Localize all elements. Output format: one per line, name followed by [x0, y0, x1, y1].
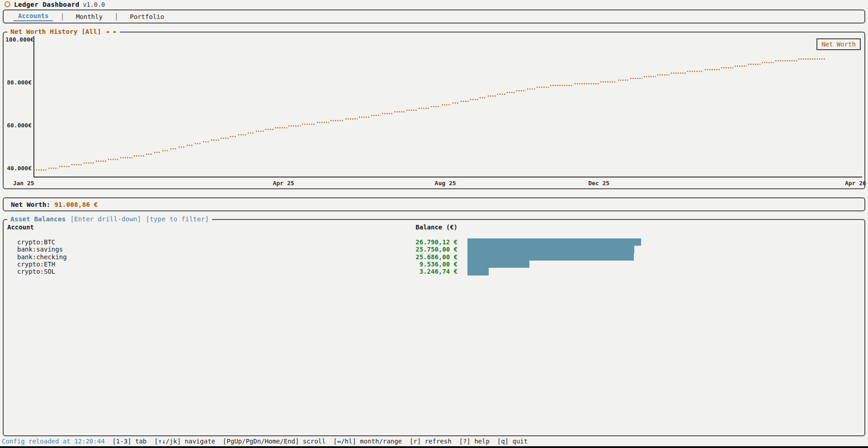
tab-separator: │	[114, 13, 118, 20]
table-row[interactable]: crypto:ETH9.536,00 €	[4, 261, 864, 268]
account-name: crypto:ETH	[17, 261, 55, 268]
drilldown-hint: [Enter drill-down]	[70, 215, 141, 223]
account-balance: 25.750,00 €	[322, 246, 458, 253]
chart-legend: Net Worth	[816, 38, 861, 50]
tab-separator: │	[60, 13, 64, 20]
x-axis-tick: Dec 25	[587, 180, 611, 187]
y-axis-tick: 100.000€	[5, 36, 32, 43]
tab-accounts[interactable]: Accounts	[14, 12, 53, 21]
column-header-account: Account	[7, 224, 34, 231]
account-balance: 25.686,00 €	[322, 253, 458, 261]
networth-summary-value: 91.008,86 €	[54, 201, 98, 208]
x-axis-tick: Apr 26	[844, 180, 867, 187]
asset-balances-panel: Asset Balances [Enter drill-down] [type …	[3, 219, 865, 436]
account-balance: 26.790,12 €	[322, 238, 458, 246]
tab-bar: Accounts │ Monthly │ Portfolio	[3, 9, 865, 23]
balance-bar	[467, 238, 641, 246]
balance-bar	[467, 246, 634, 253]
networth-history-panel-title: Net Worth History [All] ◄ ►	[7, 28, 120, 35]
account-name: crypto:SOL	[17, 268, 55, 275]
account-name: crypto:BTC	[17, 238, 55, 246]
window-bottom-edge	[0, 446, 868, 448]
app-version: v1.0.0	[83, 1, 105, 8]
tab-monthly[interactable]: Monthly	[71, 13, 107, 20]
y-axis-tick: 40.000€	[5, 165, 32, 172]
networth-dotted-line	[34, 36, 862, 177]
account-balance: 9.536,00 €	[322, 261, 458, 268]
balance-bar	[467, 268, 489, 275]
networth-history-panel: Net Worth History [All] ◄ ► 100.000€80.0…	[3, 32, 865, 189]
account-balance: 3.246,74 €	[322, 268, 458, 275]
table-row[interactable]: crypto:SOL3.246,74 €	[4, 268, 864, 275]
app-logo-circle-icon	[5, 1, 10, 7]
range-next-arrow-icon[interactable]: ►	[113, 28, 117, 35]
y-axis-tick: 60.000€	[5, 122, 32, 129]
networth-line-chart	[33, 36, 862, 177]
chart-title: Net Worth History [All]	[10, 28, 101, 35]
networth-summary-panel: Net Worth: 91.008,86 €	[3, 197, 865, 211]
app-header: Ledger Dashboard v1.0.0	[5, 0, 105, 8]
tab-portfolio[interactable]: Portfolio	[125, 13, 169, 20]
status-message: Config reloaded at 12:20:44	[2, 438, 105, 446]
x-axis-tick: Apr 25	[272, 180, 295, 187]
balance-bar	[467, 253, 634, 261]
app-title: Ledger Dashboard	[14, 1, 79, 8]
range-prev-arrow-icon[interactable]: ◄	[106, 28, 109, 35]
table-row[interactable]: bank:savings25.750,00 €	[4, 246, 864, 253]
filter-hint: [type to filter]	[146, 215, 209, 223]
table-row[interactable]: bank:checking25.686,00 €	[4, 253, 864, 261]
x-axis-tick: Jan 25	[12, 180, 35, 187]
status-bar: Config reloaded at 12:20:44 [1-3] tab [↑…	[2, 438, 866, 446]
y-axis-tick: 80.000€	[5, 79, 32, 86]
account-name: bank:savings	[17, 246, 63, 253]
asset-balances-panel-title: Asset Balances [Enter drill-down] [type …	[7, 215, 212, 223]
x-axis-tick: Aug 25	[434, 180, 457, 187]
asset-balances-title: Asset Balances	[10, 215, 66, 223]
balance-bar	[467, 261, 529, 268]
account-name: bank:checking	[17, 253, 67, 261]
table-row[interactable]: crypto:BTC26.790,12 €	[4, 238, 864, 246]
keyboard-shortcuts: [1-3] tab [↑↓/jk] navigate [PgUp/PgDn/Ho…	[105, 438, 528, 446]
legend-label: Net Worth	[821, 41, 856, 48]
column-header-balance: Balance (€)	[322, 224, 458, 231]
asset-rows: crypto:BTC26.790,12 €bank:savings25.750,…	[4, 238, 864, 275]
networth-summary-label: Net Worth:	[11, 201, 50, 208]
